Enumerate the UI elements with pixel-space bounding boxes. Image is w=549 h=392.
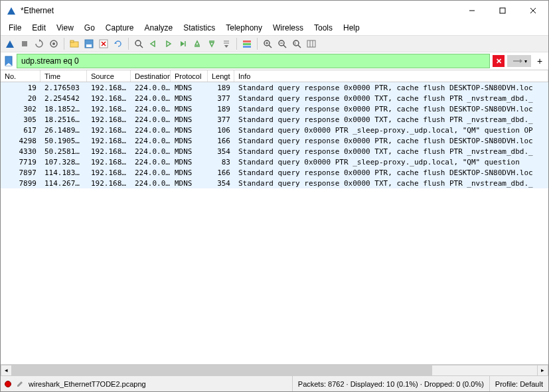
cell-source: 192.168… xyxy=(87,179,131,188)
menu-analyze[interactable]: Analyze xyxy=(139,22,179,34)
column-header-time[interactable]: Time xyxy=(40,70,87,82)
scroll-thumb[interactable] xyxy=(12,365,432,375)
menu-wireless[interactable]: Wireless xyxy=(268,22,309,34)
go-forward-icon[interactable] xyxy=(161,37,175,50)
column-header-protocol[interactable]: Protocol xyxy=(171,70,208,82)
cell-length: 189 xyxy=(208,84,234,92)
zoom-out-icon[interactable] xyxy=(275,37,289,50)
app-icon xyxy=(6,5,17,16)
cell-source: 192.168… xyxy=(87,84,131,92)
menu-file[interactable]: File xyxy=(3,22,27,34)
start-capture-icon[interactable] xyxy=(3,37,17,50)
find-packet-icon[interactable] xyxy=(132,37,145,50)
table-row[interactable]: 30218.1852…192.168…224.0.0…MDNS189Standa… xyxy=(1,103,548,114)
cell-no: 302 xyxy=(1,105,40,113)
svg-line-35 xyxy=(269,45,272,48)
cell-length: 377 xyxy=(208,115,234,124)
column-header-length[interactable]: Lengt xyxy=(208,70,234,82)
cell-length: 83 xyxy=(208,158,234,166)
open-file-icon[interactable] xyxy=(68,37,81,50)
menu-edit[interactable]: Edit xyxy=(27,22,51,34)
table-row[interactable]: 30518.2516…192.168…224.0.0…MDNS377Standa… xyxy=(1,114,548,125)
menu-telephony[interactable]: Telephony xyxy=(220,22,268,34)
go-back-icon[interactable] xyxy=(147,37,160,50)
zoom-in-icon[interactable] xyxy=(261,37,274,50)
svg-rect-13 xyxy=(86,44,92,47)
restart-capture-icon[interactable] xyxy=(33,37,46,50)
menu-go[interactable]: Go xyxy=(79,22,100,34)
horizontal-scrollbar[interactable]: ◂ ▸ xyxy=(1,364,548,375)
table-row[interactable]: 429850.1905…192.168…224.0.0…MDNS166Stand… xyxy=(1,135,548,146)
table-row[interactable]: 7897114.183…192.168…224.0.0…MDNS166Stand… xyxy=(1,167,548,178)
table-row[interactable]: 61726.1489…192.168…224.0.0…MDNS106Standa… xyxy=(1,125,548,135)
cell-no: 20 xyxy=(1,94,40,103)
display-filter-input[interactable] xyxy=(17,54,490,68)
scroll-left-icon[interactable]: ◂ xyxy=(1,365,12,376)
menu-view[interactable]: View xyxy=(51,22,79,34)
go-to-packet-icon[interactable] xyxy=(176,37,189,50)
close-file-icon[interactable] xyxy=(97,37,110,50)
table-row[interactable]: 7899114.267…192.168…224.0.0…MDNS354Stand… xyxy=(1,178,548,188)
column-header-source[interactable]: Source xyxy=(87,70,131,82)
table-row[interactable]: 433050.2581…192.168…224.0.0…MDNS354Stand… xyxy=(1,146,548,157)
svg-point-9 xyxy=(52,42,55,45)
stop-capture-icon[interactable] xyxy=(18,37,31,50)
minimize-button[interactable] xyxy=(457,1,487,21)
save-file-icon[interactable] xyxy=(82,37,96,50)
cell-protocol: MDNS xyxy=(171,105,208,113)
menu-capture[interactable]: Capture xyxy=(100,22,139,34)
expert-info-icon[interactable] xyxy=(5,381,11,387)
table-row[interactable]: 202.254542192.168…224.0.0…MDNS377Standar… xyxy=(1,93,548,103)
zoom-reset-icon[interactable]: 1 xyxy=(290,37,303,50)
colorize-icon[interactable] xyxy=(240,37,254,50)
menu-tools[interactable]: Tools xyxy=(309,22,338,34)
table-row[interactable]: 7719107.328…192.168…224.0.0…MDNS83Standa… xyxy=(1,157,548,167)
go-first-icon[interactable] xyxy=(191,37,204,50)
cell-destination: 224.0.0… xyxy=(131,115,171,124)
scroll-right-icon[interactable]: ▸ xyxy=(537,365,548,376)
svg-marker-50 xyxy=(520,59,522,63)
close-button[interactable] xyxy=(518,1,548,21)
svg-point-18 xyxy=(135,40,141,46)
cell-info: Standard query response 0x0000 TXT, cach… xyxy=(234,94,548,103)
go-last-icon[interactable] xyxy=(205,37,218,50)
cell-protocol: MDNS xyxy=(171,147,208,156)
svg-rect-31 xyxy=(243,40,251,42)
maximize-button[interactable] xyxy=(487,1,518,21)
cell-length: 377 xyxy=(208,94,234,103)
cell-source: 192.168… xyxy=(87,126,131,135)
cell-time: 18.2516… xyxy=(40,115,87,124)
filter-bookmark-icon[interactable] xyxy=(3,54,14,68)
svg-rect-11 xyxy=(70,40,74,42)
menu-statistics[interactable]: Statistics xyxy=(178,22,220,34)
table-row[interactable]: 192.176503192.168…224.0.0…MDNS189Standar… xyxy=(1,82,548,93)
resize-columns-icon[interactable] xyxy=(305,37,318,50)
cell-protocol: MDNS xyxy=(171,115,208,124)
filter-add-button[interactable]: + xyxy=(534,55,546,67)
filter-apply-button[interactable]: ▾ xyxy=(507,55,531,67)
status-profile[interactable]: Profile: Default xyxy=(489,376,548,391)
svg-marker-20 xyxy=(151,41,155,46)
column-header-info[interactable]: Info xyxy=(234,70,548,82)
column-header-no[interactable]: No. xyxy=(1,70,40,82)
menu-help[interactable]: Help xyxy=(338,22,365,34)
svg-rect-6 xyxy=(22,41,27,46)
cell-source: 192.168… xyxy=(87,94,131,103)
cell-source: 192.168… xyxy=(87,105,131,113)
capture-options-icon[interactable] xyxy=(47,37,60,50)
cell-destination: 224.0.0… xyxy=(131,126,171,135)
cell-no: 305 xyxy=(1,115,40,124)
cell-no: 7897 xyxy=(1,168,40,177)
cell-protocol: MDNS xyxy=(171,179,208,188)
scroll-track[interactable] xyxy=(12,365,537,376)
cell-no: 617 xyxy=(1,126,40,135)
filter-clear-button[interactable]: ✕ xyxy=(493,55,505,67)
auto-scroll-icon[interactable] xyxy=(220,37,233,50)
cell-protocol: MDNS xyxy=(171,94,208,103)
reload-file-icon[interactable] xyxy=(112,37,125,50)
cell-length: 189 xyxy=(208,105,234,113)
column-header-destination[interactable]: Destination xyxy=(131,70,171,82)
edit-capture-comment-icon[interactable] xyxy=(15,379,25,389)
packet-rows[interactable]: 192.176503192.168…224.0.0…MDNS189Standar… xyxy=(1,82,548,364)
cell-source: 192.168… xyxy=(87,168,131,177)
